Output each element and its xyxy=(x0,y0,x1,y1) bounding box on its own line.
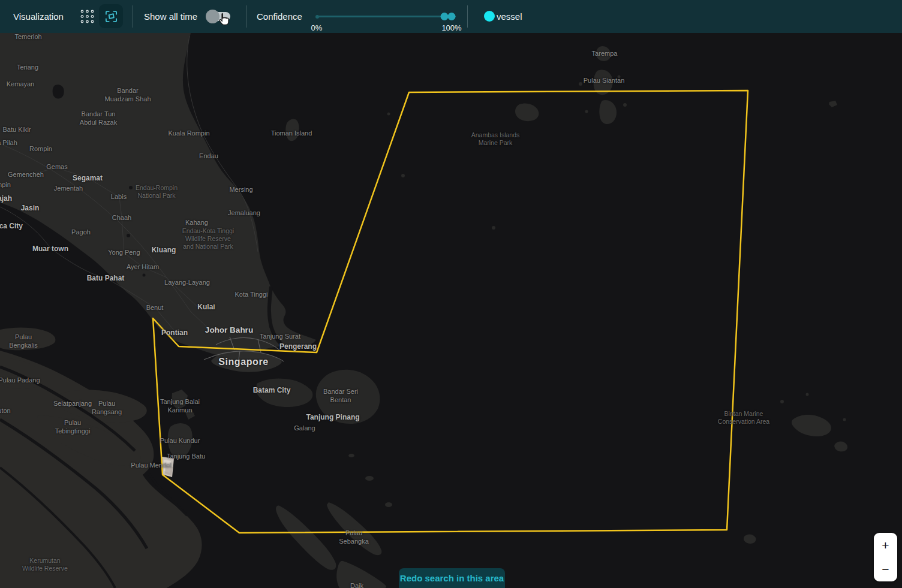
confidence-max-label: 100% xyxy=(441,23,461,32)
basemap-land xyxy=(0,33,847,588)
zoom-in-button[interactable]: + xyxy=(874,533,897,557)
image-footprint[interactable] xyxy=(162,457,174,477)
show-all-time-label: Show all time xyxy=(144,11,197,22)
map-canvas[interactable] xyxy=(0,0,902,588)
apps-grid-icon[interactable] xyxy=(79,8,95,25)
vessel-legend-dot xyxy=(484,11,495,22)
area-select-tool-button[interactable] xyxy=(99,4,123,28)
confidence-slider-track[interactable] xyxy=(317,16,456,17)
redo-search-button[interactable]: Redo search in this area xyxy=(399,568,505,588)
toolbar-divider xyxy=(467,5,468,28)
map-viewport[interactable]: TemerlohTeriangKemayanBandar Muadzam Sha… xyxy=(0,0,902,588)
vessel-legend-label: vessel xyxy=(497,11,522,22)
page-title: Visualization xyxy=(13,11,64,22)
toolbar-divider xyxy=(133,5,133,28)
app-window: TemerlohTeriangKemayanBandar Muadzam Sha… xyxy=(0,0,902,588)
confidence-min-label: 0% xyxy=(311,23,323,32)
confidence-slider[interactable] xyxy=(317,16,456,17)
confidence-label: Confidence xyxy=(257,11,302,22)
zoom-out-button[interactable]: − xyxy=(874,557,897,582)
toolbar: Visualization Show all tim xyxy=(0,0,902,33)
mouse-cursor xyxy=(216,11,232,28)
confidence-slider-handle[interactable] xyxy=(448,13,456,20)
map-zoom-control: + − xyxy=(874,533,897,581)
toolbar-divider xyxy=(246,5,246,28)
area-select-icon xyxy=(104,10,118,23)
